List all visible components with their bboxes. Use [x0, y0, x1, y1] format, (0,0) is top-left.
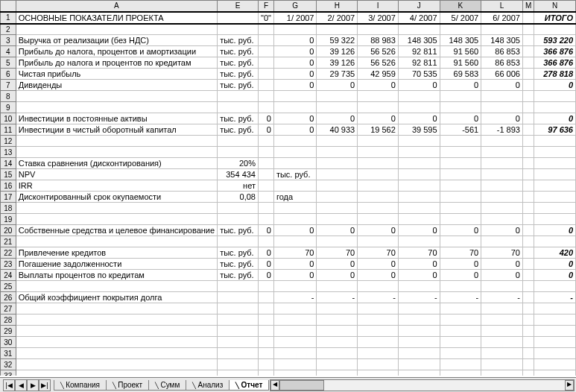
cell[interactable]	[273, 303, 317, 314]
row-header[interactable]: 8	[1, 91, 16, 102]
cell[interactable]	[522, 359, 534, 370]
cell[interactable]	[440, 203, 481, 214]
cell[interactable]	[258, 69, 273, 80]
cell[interactable]: -	[481, 292, 523, 303]
cell[interactable]: Прибыль до налога и процентов по кредита…	[16, 57, 217, 69]
col-header-E[interactable]: E	[218, 1, 259, 12]
cell[interactable]	[273, 348, 317, 359]
cell[interactable]	[534, 158, 576, 169]
cell[interactable]	[440, 24, 481, 35]
cell[interactable]: тыс. руб.	[218, 69, 259, 80]
cell[interactable]	[481, 314, 523, 326]
cell[interactable]: Собственные средства и целевое финансиро…	[16, 225, 217, 236]
cell[interactable]	[398, 169, 440, 180]
cell[interactable]: 0	[273, 69, 317, 80]
row-header[interactable]: 15	[1, 169, 16, 180]
cell[interactable]: 0	[273, 270, 317, 281]
cell[interactable]: 0	[273, 113, 317, 124]
cell[interactable]	[522, 270, 534, 281]
cell[interactable]	[358, 91, 399, 102]
cell[interactable]: 0	[258, 247, 273, 259]
cell[interactable]	[398, 192, 440, 203]
cell[interactable]: 0	[273, 46, 317, 57]
cell[interactable]: 0	[481, 270, 523, 281]
cell[interactable]: 70 535	[398, 69, 440, 80]
cell[interactable]	[358, 314, 399, 326]
cell[interactable]	[218, 314, 259, 326]
cell[interactable]	[218, 12, 259, 24]
cell[interactable]	[440, 359, 481, 370]
cell[interactable]: 39 595	[398, 124, 440, 136]
row-header[interactable]: 31	[1, 348, 16, 359]
cell[interactable]	[398, 281, 440, 292]
cell[interactable]: 0	[440, 270, 481, 281]
cell[interactable]: Привлечение кредитов	[16, 247, 217, 259]
cell[interactable]	[16, 337, 217, 348]
cell[interactable]	[398, 180, 440, 192]
cell[interactable]	[398, 337, 440, 348]
cell[interactable]	[398, 203, 440, 214]
cell[interactable]	[522, 337, 534, 348]
cell[interactable]	[398, 348, 440, 359]
cell[interactable]: тыс. руб.	[218, 270, 259, 281]
cell[interactable]: 0	[258, 113, 273, 124]
cell[interactable]	[440, 192, 481, 203]
cell[interactable]	[522, 292, 534, 303]
cell[interactable]	[522, 136, 534, 147]
cell[interactable]	[398, 370, 440, 376]
row-header[interactable]: 6	[1, 69, 16, 80]
cell[interactable]	[218, 303, 259, 314]
cell[interactable]	[16, 203, 217, 214]
cell[interactable]	[258, 24, 273, 35]
cell[interactable]	[398, 158, 440, 169]
cell[interactable]: 5/ 2007	[440, 12, 481, 24]
cell[interactable]	[258, 102, 273, 113]
cell[interactable]: 0	[440, 259, 481, 270]
cell[interactable]	[273, 203, 317, 214]
cell[interactable]: Чистая прибыль	[16, 69, 217, 80]
cell[interactable]	[317, 136, 358, 147]
cell[interactable]: 0	[398, 80, 440, 91]
cell[interactable]: 0	[273, 35, 317, 46]
cell[interactable]	[273, 158, 317, 169]
cell[interactable]	[317, 192, 358, 203]
cell[interactable]	[440, 281, 481, 292]
cell[interactable]	[317, 303, 358, 314]
row-header[interactable]: 29	[1, 326, 16, 337]
cell[interactable]: 0	[534, 113, 576, 124]
row-header[interactable]: 32	[1, 359, 16, 370]
cell[interactable]	[522, 314, 534, 326]
cell[interactable]: 19 562	[358, 124, 399, 136]
cell[interactable]: 0	[317, 270, 358, 281]
cell[interactable]: -	[440, 292, 481, 303]
row-header[interactable]: 19	[1, 214, 16, 225]
cell[interactable]: тыс. руб.	[218, 225, 259, 236]
cell[interactable]	[534, 326, 576, 337]
cell[interactable]	[218, 24, 259, 35]
row-header[interactable]: 30	[1, 337, 16, 348]
cell[interactable]: 0	[358, 113, 399, 124]
cell[interactable]	[398, 314, 440, 326]
cell[interactable]	[522, 348, 534, 359]
cell[interactable]	[522, 102, 534, 113]
cell[interactable]	[398, 326, 440, 337]
cell[interactable]	[358, 214, 399, 225]
cell[interactable]: Инвестиции в чистый оборотный капитал	[16, 124, 217, 136]
cell[interactable]: IRR	[16, 180, 217, 192]
cell[interactable]	[358, 337, 399, 348]
cell[interactable]	[273, 214, 317, 225]
cell[interactable]	[218, 102, 259, 113]
cell[interactable]	[358, 281, 399, 292]
sheet-tab[interactable]: Проект	[106, 380, 149, 391]
cell[interactable]	[258, 158, 273, 169]
cell[interactable]: 0	[398, 113, 440, 124]
cell[interactable]: "0"	[258, 12, 273, 24]
cell[interactable]	[534, 337, 576, 348]
cell[interactable]: Дисконтированный срок окупаемости	[16, 192, 217, 203]
cell[interactable]	[258, 35, 273, 46]
cell[interactable]: 70	[273, 247, 317, 259]
horizontal-scrollbar[interactable]: ◀ ▶	[270, 379, 575, 391]
cell[interactable]: 0	[398, 270, 440, 281]
cell[interactable]	[258, 57, 273, 69]
cell[interactable]	[481, 158, 523, 169]
